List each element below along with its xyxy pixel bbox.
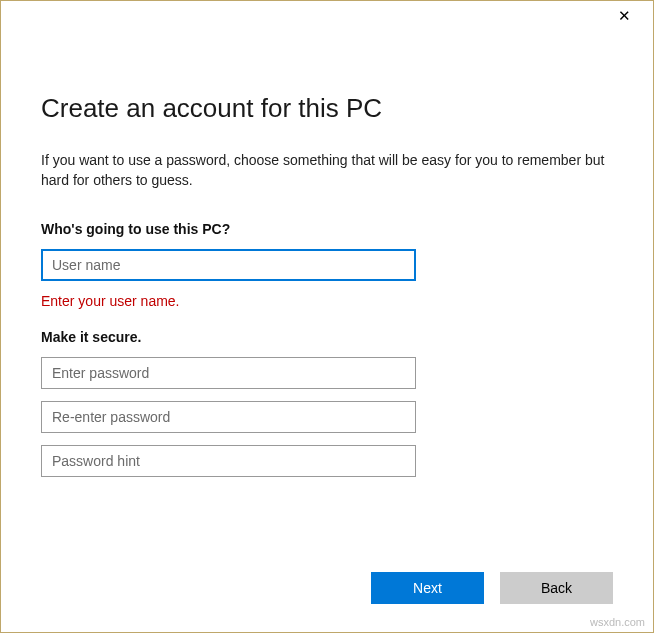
close-icon[interactable]: ✕ (610, 3, 639, 29)
button-row: Next Back (371, 572, 613, 604)
password-hint-input[interactable] (41, 445, 416, 477)
next-button[interactable]: Next (371, 572, 484, 604)
username-input[interactable] (41, 249, 416, 281)
main-content: Create an account for this PC If you wan… (1, 31, 653, 477)
repassword-input[interactable] (41, 401, 416, 433)
back-button[interactable]: Back (500, 572, 613, 604)
watermark: wsxdn.com (590, 616, 645, 628)
password-section-label: Make it secure. (41, 329, 613, 345)
password-input[interactable] (41, 357, 416, 389)
page-title: Create an account for this PC (41, 93, 613, 124)
username-section-label: Who's going to use this PC? (41, 221, 613, 237)
titlebar: ✕ (1, 1, 653, 31)
username-error: Enter your user name. (41, 293, 613, 309)
page-description: If you want to use a password, choose so… (41, 150, 613, 191)
